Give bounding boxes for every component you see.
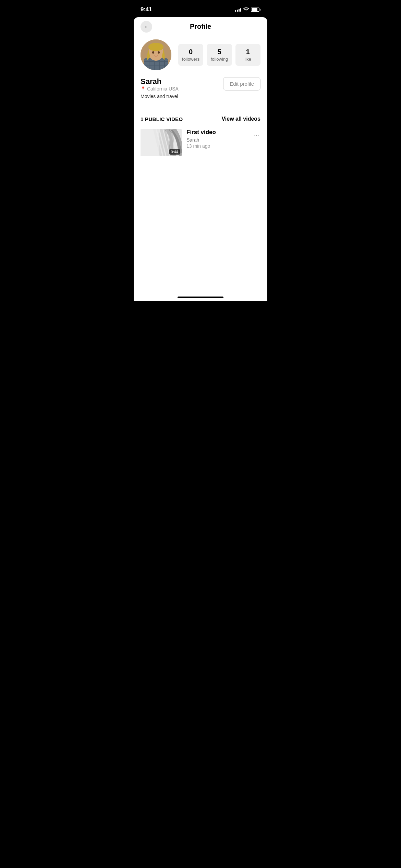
video-time: 13 min ago (186, 143, 248, 149)
back-button[interactable]: ‹ (141, 21, 152, 33)
video-more-button[interactable]: ··· (253, 130, 260, 140)
videos-section: 1 PUBLIC VIDEO View all videos (134, 109, 267, 162)
likes-label: like (245, 57, 252, 62)
wifi-icon (243, 7, 249, 12)
location-pin-icon: 📍 (141, 86, 146, 91)
nav-bar: ‹ Profile (134, 17, 267, 36)
user-location: 📍 California USA (141, 86, 179, 92)
signal-bars-icon (235, 8, 241, 12)
user-details: Sarah 📍 California USA Movies and travel (141, 77, 179, 99)
followers-stat[interactable]: 0 followers (178, 44, 203, 66)
svg-point-11 (152, 51, 154, 54)
svg-rect-19 (141, 129, 159, 156)
edit-profile-button[interactable]: Edit profile (223, 77, 260, 91)
battery-icon (251, 8, 260, 12)
profile-header: 0 followers 5 following 1 like (141, 39, 260, 70)
likes-stat[interactable]: 1 like (235, 44, 260, 66)
video-divider (141, 162, 260, 162)
following-stat[interactable]: 5 following (207, 44, 232, 66)
home-indicator (178, 297, 223, 298)
avatar-container (141, 39, 171, 70)
user-info: Sarah 📍 California USA Movies and travel… (141, 77, 260, 99)
likes-count: 1 (246, 48, 250, 56)
svg-point-12 (158, 51, 160, 54)
video-thumbnail-inner: 0:44 (141, 129, 182, 156)
video-info: First video Sarah 13 min ago (186, 129, 248, 149)
following-count: 5 (217, 48, 221, 56)
user-bio: Movies and travel (141, 94, 179, 99)
video-author: Sarah (186, 137, 248, 143)
following-label: following (211, 57, 228, 62)
location-text: California USA (147, 86, 179, 92)
video-duration: 0:44 (169, 149, 180, 155)
user-name: Sarah (141, 77, 179, 86)
status-icons (235, 7, 260, 12)
status-bar: 9:41 (134, 0, 267, 17)
status-time: 9:41 (141, 6, 152, 13)
avatar (141, 39, 171, 70)
page-title: Profile (190, 23, 211, 31)
video-list-item[interactable]: 0:44 First video Sarah 13 min ago ··· (141, 129, 260, 156)
video-title: First video (186, 129, 248, 136)
stats-container: 0 followers 5 following 1 like (178, 44, 260, 66)
view-all-videos-link[interactable]: View all videos (221, 116, 260, 122)
followers-count: 0 (189, 48, 193, 56)
followers-label: followers (182, 57, 199, 62)
back-chevron-icon: ‹ (145, 24, 147, 30)
main-content: ‹ Profile (134, 17, 267, 289)
videos-count-label: 1 PUBLIC VIDEO (141, 116, 183, 122)
profile-section: 0 followers 5 following 1 like Sara (134, 36, 267, 109)
videos-header: 1 PUBLIC VIDEO View all videos (141, 116, 260, 122)
video-thumbnail: 0:44 (141, 129, 182, 156)
